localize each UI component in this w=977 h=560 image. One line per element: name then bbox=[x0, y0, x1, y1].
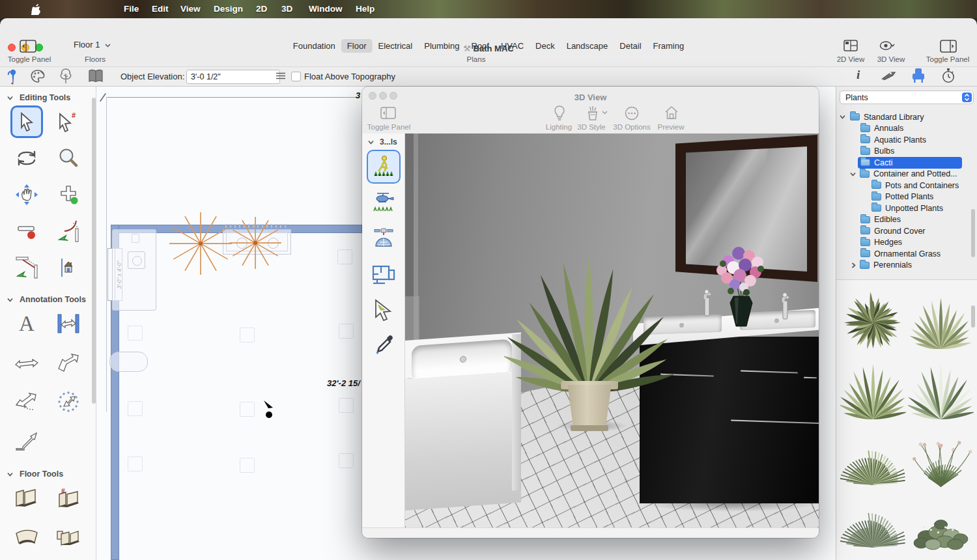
tool-auto-dimension[interactable] bbox=[52, 385, 85, 418]
tree-item-perennials[interactable]: Perennials bbox=[836, 260, 977, 272]
tool-add-object[interactable] bbox=[52, 178, 85, 211]
tree-item-container-and-potted[interactable]: Container and Potted... bbox=[836, 169, 977, 180]
tool-select-similar[interactable]: # bbox=[52, 105, 85, 138]
tab-hvac[interactable]: HVAC bbox=[495, 39, 530, 53]
tree-item-ornamental-grass[interactable]: Ornamental Grass bbox=[836, 248, 977, 260]
tool-zoom[interactable] bbox=[52, 142, 85, 175]
tool-pan[interactable] bbox=[10, 178, 43, 211]
3d-options-button[interactable] bbox=[625, 106, 639, 123]
green-agave-thumbnail[interactable] bbox=[840, 356, 906, 422]
3d-render-canvas[interactable] bbox=[405, 133, 819, 527]
tab-foundation[interactable]: Foundation bbox=[287, 39, 341, 53]
elevation-list-icon[interactable] bbox=[276, 72, 285, 79]
tool-text[interactable]: A bbox=[10, 307, 43, 340]
3d-tool-fly-over[interactable] bbox=[367, 186, 401, 219]
menu-window[interactable]: Window bbox=[309, 0, 343, 18]
tree-item-annuals[interactable]: Annuals bbox=[836, 123, 977, 135]
menu-design[interactable]: Design bbox=[214, 0, 243, 18]
menu-edit[interactable]: Edit bbox=[152, 0, 169, 18]
tab-electrical[interactable]: Electrical bbox=[372, 39, 418, 53]
floors-dropdown[interactable]: Floor 1 bbox=[74, 40, 111, 49]
floor-tools-header[interactable]: Floor Tools bbox=[0, 466, 96, 482]
thumbnail-scrollbar[interactable] bbox=[971, 305, 975, 328]
plan-fixture-square[interactable] bbox=[128, 456, 143, 471]
spiky-dome-thumbnail[interactable] bbox=[840, 485, 906, 551]
object-elevation-input[interactable]: 3'-0 1/2" bbox=[186, 70, 280, 84]
tree-item-pots-and-containers[interactable]: Pots and Containers bbox=[836, 180, 977, 191]
plan-fixture-square[interactable] bbox=[339, 453, 354, 468]
tree-item-cacti[interactable]: Cacti bbox=[836, 157, 977, 169]
plan-light-symbol[interactable] bbox=[229, 217, 281, 269]
tool-leader-line[interactable] bbox=[10, 425, 43, 457]
toggle-left-panel-button[interactable] bbox=[20, 40, 36, 55]
plan-fixture-square[interactable] bbox=[337, 249, 352, 264]
plan-fixture-square[interactable] bbox=[240, 458, 255, 473]
pen-icon[interactable] bbox=[881, 70, 896, 83]
3d-tools-header[interactable]: 3...ls bbox=[362, 133, 404, 148]
3d-tool-select-view[interactable] bbox=[367, 293, 401, 327]
menu-file[interactable]: File bbox=[124, 0, 139, 18]
tab-deck[interactable]: Deck bbox=[530, 39, 561, 53]
tree-item-unpotted-plants[interactable]: Unpotted Plants bbox=[836, 203, 977, 214]
tree-item-aquatic-plants[interactable]: Aquatic Plants bbox=[836, 134, 977, 146]
lighting-button[interactable] bbox=[554, 105, 565, 124]
tab-plumbing[interactable]: Plumbing bbox=[418, 39, 465, 53]
palette-scrollbar[interactable] bbox=[92, 98, 96, 404]
tool-fillet-corner[interactable] bbox=[52, 215, 85, 247]
plan-fixture-square[interactable] bbox=[339, 324, 354, 339]
library-category-dropdown[interactable]: Plants bbox=[840, 91, 974, 104]
tool-curved-wall[interactable] bbox=[10, 521, 43, 553]
plan-fixture-square[interactable] bbox=[128, 326, 143, 341]
furniture-chair-icon[interactable] bbox=[911, 68, 926, 83]
variegated-agave-thumbnail[interactable] bbox=[908, 356, 974, 422]
3d-tool-orbit[interactable] bbox=[367, 221, 401, 255]
opuntia-cluster-thumbnail[interactable] bbox=[908, 485, 974, 551]
tab-roof[interactable]: Roof bbox=[465, 39, 494, 53]
apple-menu-icon[interactable] bbox=[31, 4, 41, 15]
3d-toggle-panel-button[interactable] bbox=[380, 107, 396, 122]
tab-floor[interactable]: Floor bbox=[341, 39, 373, 53]
info-icon[interactable]: i bbox=[857, 68, 860, 82]
tool-chamfer-corner[interactable] bbox=[10, 251, 43, 284]
yucca-thumbnail[interactable] bbox=[840, 423, 906, 488]
tree-item-ground-cover[interactable]: Ground Cover bbox=[836, 225, 977, 237]
tool-delete-object[interactable] bbox=[10, 215, 43, 247]
tree-tool-icon[interactable] bbox=[59, 68, 73, 84]
tree-item-potted-plants[interactable]: Potted Plants bbox=[836, 191, 977, 203]
tree-item-bulbs[interactable]: Bulbs bbox=[836, 146, 977, 158]
tree-item-hedges[interactable]: Hedges bbox=[836, 237, 977, 249]
aloe-thumbnail[interactable] bbox=[908, 286, 974, 352]
tool-point-to-point-dimension[interactable] bbox=[10, 385, 43, 418]
tree-item-standard-library[interactable]: Standard Library bbox=[836, 111, 977, 123]
plan-toilet[interactable] bbox=[109, 352, 148, 372]
preview-button[interactable] bbox=[664, 105, 679, 122]
tool-build-wall-framing[interactable]: # bbox=[52, 482, 85, 514]
toggle-right-panel-button[interactable] bbox=[940, 40, 957, 55]
plan-fixture-square[interactable] bbox=[240, 328, 255, 343]
tab-landscape[interactable]: Landscape bbox=[561, 39, 614, 53]
tree-item-edibles[interactable]: Edibles bbox=[836, 214, 977, 226]
menu-2d[interactable]: 2D bbox=[256, 0, 267, 18]
plan-light-symbol[interactable] bbox=[169, 212, 232, 275]
library-book-tool-icon[interactable] bbox=[88, 69, 104, 83]
float-above-topography-checkbox[interactable] bbox=[291, 72, 301, 81]
annotation-tools-header[interactable]: Annotation Tools bbox=[0, 292, 96, 307]
3d-tool-eyedropper[interactable] bbox=[367, 329, 401, 363]
3d-tool-floor-overview[interactable] bbox=[367, 257, 401, 291]
flowering-grass-thumbnail[interactable] bbox=[908, 423, 974, 488]
stopwatch-icon[interactable] bbox=[941, 68, 956, 83]
chevron-right-icon[interactable] bbox=[850, 262, 857, 269]
tool-rotate[interactable] bbox=[10, 142, 43, 175]
tool-interior-dimension[interactable] bbox=[52, 307, 85, 340]
tree-scrollbar[interactable] bbox=[971, 209, 975, 257]
tool-build-wall[interactable] bbox=[10, 482, 43, 514]
tool-elevation-reference[interactable] bbox=[52, 251, 85, 284]
3d-tool-walkthrough[interactable] bbox=[367, 150, 401, 184]
menu-view[interactable]: View bbox=[180, 0, 201, 18]
tool-end-to-end-dimension[interactable] bbox=[10, 346, 43, 379]
3d-view-window[interactable]: 3D View Toggle Panel Lighting 3D Style 3… bbox=[362, 87, 819, 538]
tab-framing[interactable]: Framing bbox=[647, 39, 690, 53]
editing-tools-header[interactable]: Editing Tools bbox=[0, 90, 96, 105]
artichoke-agave-thumbnail[interactable] bbox=[840, 286, 906, 352]
tool-angular-dimension[interactable] bbox=[52, 346, 85, 379]
